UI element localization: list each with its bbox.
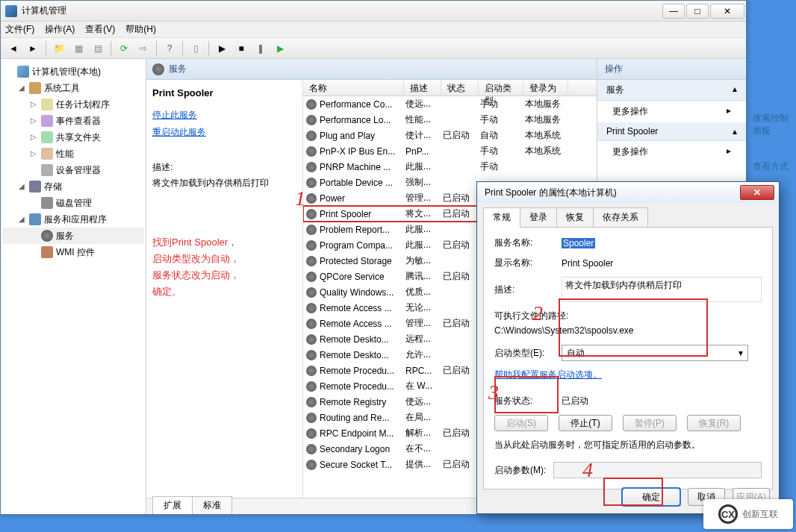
tab-recovery[interactable]: 恢复: [556, 207, 594, 228]
service-row[interactable]: Performance Lo...性能...手动本地服务: [303, 112, 597, 128]
up-button[interactable]: 📁: [51, 40, 67, 57]
gear-icon: [306, 381, 317, 392]
tab-general[interactable]: 常规: [483, 207, 520, 228]
ok-button[interactable]: 确定: [622, 488, 680, 506]
actions-more-1[interactable]: 更多操作▸: [597, 101, 746, 122]
service-row[interactable]: Performance Co...使远...手动本地服务: [303, 96, 597, 112]
tab-dependencies[interactable]: 依存关系: [593, 207, 648, 228]
chevron-right-icon: ▸: [727, 145, 731, 158]
gear-icon: [306, 272, 317, 282]
service-row[interactable]: PNRP Machine ...此服...手动: [303, 159, 597, 175]
toolbar: ◄ ► 📁 ▦ ▤ ⟳ ⇨ ? ▯ ▶ ■ ‖ ▶: [1, 38, 746, 59]
col-desc[interactable]: 描述: [404, 80, 441, 96]
col-name[interactable]: 名称: [303, 80, 404, 96]
collapse-icon: ▴: [733, 84, 737, 96]
refresh-button[interactable]: ⟳: [116, 40, 132, 57]
show-hide-button[interactable]: ▯: [187, 40, 204, 57]
start-param-label: 启动参数(M):: [494, 464, 546, 477]
pause-button[interactable]: 暂停(P): [623, 415, 677, 431]
start-button[interactable]: 启动(S): [494, 415, 548, 431]
display-name-label: 显示名称:: [494, 257, 562, 269]
menubar: 文件(F) 操作(A) 查看(V) 帮助(H): [1, 22, 746, 38]
tree-item[interactable]: ▷共享文件夹: [2, 129, 144, 145]
startup-type-label: 启动类型(E):: [494, 347, 562, 360]
tree-item[interactable]: ◢存储: [2, 178, 144, 195]
back-button[interactable]: ◄: [5, 40, 22, 57]
gear-icon: [306, 413, 317, 423]
maximize-button[interactable]: □: [686, 4, 709, 19]
actions-section-printspooler[interactable]: Print Spooler▴: [597, 122, 746, 141]
detail-pane: Print Spooler 停止此服务 重启动此服务 描述: 将文件加载到内存供…: [146, 80, 303, 498]
props-button[interactable]: ▦: [70, 40, 87, 57]
stop-button[interactable]: ■: [233, 40, 249, 57]
desc-label: 描述:: [152, 161, 296, 174]
export-button[interactable]: ▤: [90, 40, 106, 57]
tree-item[interactable]: ▷任务计划程序: [2, 96, 144, 113]
detail-title: Print Spooler: [152, 87, 296, 98]
stop-button[interactable]: 停止(T): [559, 415, 612, 431]
pause-button[interactable]: ‖: [252, 40, 269, 57]
tree-item[interactable]: ◢服务和应用程序: [2, 211, 144, 228]
tree-item[interactable]: 设备管理器: [2, 162, 144, 178]
tab-logon[interactable]: 登录: [520, 207, 557, 228]
service-status-value: 已启动: [562, 395, 588, 407]
actions-section-services[interactable]: 服务▴: [597, 80, 746, 101]
tree-item[interactable]: WMI 控件: [2, 244, 144, 260]
menu-view[interactable]: 查看(V): [85, 23, 115, 36]
window-title: 计算机管理: [22, 4, 662, 17]
gear-icon: [306, 366, 317, 376]
tree-icon: [29, 181, 41, 193]
description-box[interactable]: 将文件加载到内存供稍后打印: [562, 277, 762, 302]
restart-link[interactable]: 重启动此服务: [152, 126, 296, 139]
gear-icon: [306, 334, 317, 345]
exe-path-value: C:\Windows\System32\spoolsv.exe: [494, 325, 762, 336]
col-logon[interactable]: 登录为: [523, 80, 568, 96]
properties-dialog: Print Spooler 的属性(本地计算机) ✕ 常规 登录 恢复 依存关系…: [476, 181, 780, 514]
resume-button[interactable]: 恢复(R): [687, 415, 741, 431]
tab-standard[interactable]: 标准: [192, 496, 232, 514]
titlebar: 计算机管理 — □ ✕: [1, 1, 746, 22]
gear-icon: [306, 350, 317, 360]
tree-item[interactable]: ◢系统工具: [2, 80, 144, 96]
tree-item[interactable]: 磁盘管理: [2, 195, 144, 211]
service-row[interactable]: PnP-X IP Bus En...PnP...手动本地系统: [303, 143, 597, 159]
col-start[interactable]: 启动类型: [479, 80, 523, 96]
forward-button[interactable]: ►: [25, 40, 41, 57]
tree-item[interactable]: ▷性能: [2, 145, 144, 162]
dialog-title: Print Spooler 的属性(本地计算机): [482, 187, 740, 199]
help-button[interactable]: ?: [161, 40, 178, 57]
tree-icon: [41, 164, 53, 176]
dialog-close-button[interactable]: ✕: [740, 185, 774, 200]
startup-type-combo[interactable]: 自动 ▾: [562, 345, 748, 361]
close-button[interactable]: ✕: [710, 4, 744, 19]
gear-icon: [306, 146, 317, 157]
dialog-panel: 服务名称: Spooler 显示名称: Print Spooler 描述: 将文…: [483, 227, 773, 489]
gear-icon: [306, 225, 317, 235]
gear-icon: [306, 99, 317, 110]
app-icon: [5, 5, 17, 17]
service-row[interactable]: Plug and Play使计...已启动自动本地系统: [303, 128, 597, 143]
chevron-down-icon: ▾: [739, 348, 743, 358]
tab-extended[interactable]: 扩展: [152, 496, 193, 514]
export-list-button[interactable]: ⇨: [135, 40, 152, 57]
tree-item[interactable]: 服务: [2, 228, 144, 244]
gear-icon: [306, 240, 317, 251]
minimize-button[interactable]: —: [662, 4, 685, 19]
desc-text: 将文件加载到内存供稍后打印: [152, 177, 296, 190]
gear-icon: [306, 115, 317, 125]
tree-item[interactable]: 计算机管理(本地): [2, 63, 144, 80]
chevron-right-icon: ▸: [727, 105, 731, 118]
play-button[interactable]: ▶: [214, 40, 230, 57]
restart-button[interactable]: ▶: [272, 40, 288, 57]
gear-icon: [306, 303, 317, 313]
help-link[interactable]: 帮助我配置服务启动选项。: [494, 369, 762, 381]
stop-link[interactable]: 停止此服务: [152, 109, 296, 122]
display-name-value: Print Spooler: [562, 258, 613, 269]
menu-help[interactable]: 帮助(H): [125, 23, 156, 36]
annotation-text: 找到Print Spooler，启动类型改为自动，服务状态改为启动，确定。: [152, 234, 296, 300]
menu-action[interactable]: 操作(A): [45, 23, 75, 36]
tree-item[interactable]: ▷事件查看器: [2, 113, 144, 129]
menu-file[interactable]: 文件(F): [5, 23, 34, 36]
actions-more-2[interactable]: 更多操作▸: [597, 141, 746, 163]
col-state[interactable]: 状态: [441, 80, 479, 96]
